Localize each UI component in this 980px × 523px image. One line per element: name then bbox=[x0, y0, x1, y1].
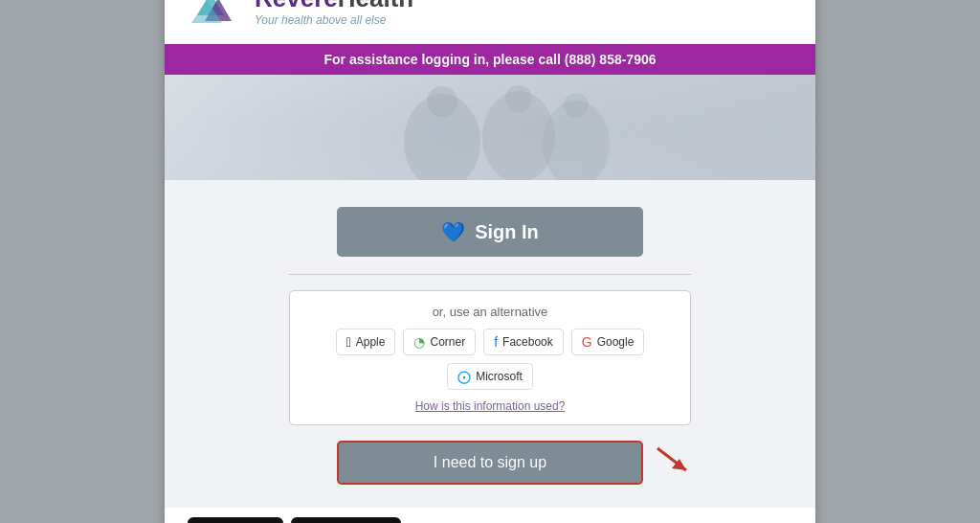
logo-revere: Revere bbox=[255, 0, 338, 12]
microsoft-signin-button[interactable]: ⨀ Microsoft bbox=[447, 363, 533, 390]
alt-label: or, use an alternative bbox=[433, 305, 548, 319]
google-label: Google bbox=[597, 335, 635, 349]
hero-svg bbox=[251, 84, 729, 180]
corner-icon: ◔ bbox=[413, 334, 425, 350]
facebook-signin-button[interactable]: f Facebook bbox=[483, 329, 564, 355]
divider bbox=[289, 274, 691, 275]
microsoft-label: Microsoft bbox=[476, 370, 523, 383]
hero-area bbox=[165, 75, 815, 180]
header: RevereHealth Your health above all else bbox=[165, 0, 815, 44]
apple-icon:  bbox=[346, 334, 351, 350]
signup-area: I need to sign up bbox=[289, 441, 691, 485]
red-arrow-icon bbox=[653, 443, 701, 482]
main-card: RevereHealth Your health above all else … bbox=[165, 0, 815, 523]
logo-health: Health bbox=[338, 0, 413, 12]
svg-point-4 bbox=[427, 86, 457, 117]
signup-button[interactable]: I need to sign up bbox=[337, 441, 643, 485]
facebook-icon: f bbox=[494, 334, 498, 350]
revere-health-logo-icon bbox=[191, 0, 241, 31]
logo-subtitle: Your health above all else bbox=[255, 13, 413, 27]
google-signin-button[interactable]: G Google bbox=[571, 329, 645, 355]
google-icon: G bbox=[582, 334, 592, 350]
app-store-badge[interactable]:  Download on the App Store bbox=[188, 517, 283, 523]
info-link[interactable]: How is this information used? bbox=[415, 399, 566, 413]
corner-label: Corner bbox=[430, 335, 465, 349]
heart-icon: 💙 bbox=[441, 220, 465, 243]
alt-box: or, use an alternative  Apple ◔ Corner … bbox=[289, 290, 691, 425]
corner-signin-button[interactable]: ◔ Corner bbox=[403, 329, 476, 355]
logo-text: RevereHealth Your health above all else bbox=[255, 0, 413, 27]
signin-label: Sign In bbox=[475, 221, 539, 243]
assistance-text: For assistance logging in, please call (… bbox=[323, 52, 656, 67]
microsoft-icon: ⨀ bbox=[457, 369, 471, 384]
facebook-label: Facebook bbox=[502, 335, 553, 349]
apple-label: Apple bbox=[356, 335, 386, 349]
signin-button[interactable]: 💙 Sign In bbox=[337, 207, 643, 257]
assistance-bar: For assistance logging in, please call (… bbox=[165, 44, 815, 75]
signin-section: 💙 Sign In or, use an alternative  Apple… bbox=[165, 180, 815, 508]
alt-buttons:  Apple ◔ Corner f Facebook G Google ⨀ bbox=[313, 329, 667, 390]
store-badges:  Download on the App Store ▶ GET IT ON … bbox=[188, 517, 401, 523]
logo-title: RevereHealth bbox=[255, 0, 413, 11]
svg-point-6 bbox=[505, 85, 532, 112]
footer:  Download on the App Store ▶ GET IT ON … bbox=[165, 508, 815, 523]
google-play-badge[interactable]: ▶ GET IT ON Google Play bbox=[291, 517, 401, 523]
svg-point-8 bbox=[564, 93, 589, 118]
apple-signin-button[interactable]:  Apple bbox=[336, 329, 396, 355]
